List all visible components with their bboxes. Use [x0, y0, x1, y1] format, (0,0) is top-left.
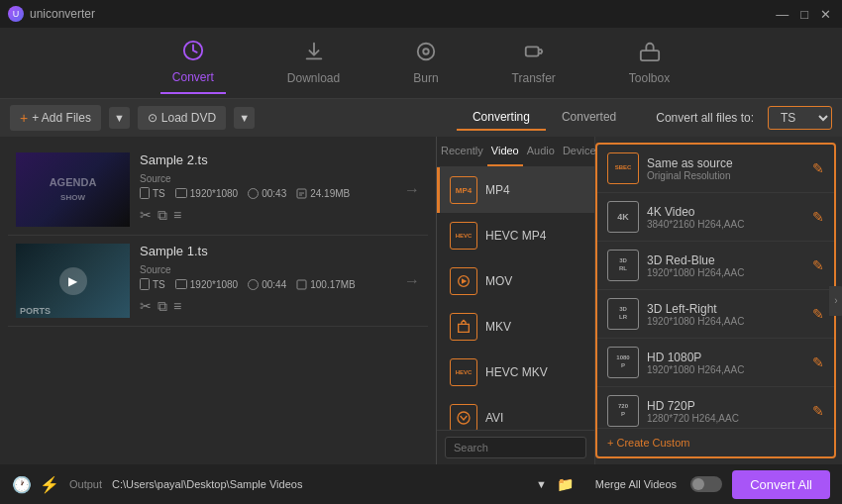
- convert-all-select[interactable]: TS MP4 MKV: [768, 106, 832, 130]
- panel-close-button[interactable]: ›: [829, 286, 842, 316]
- load-dvd-button[interactable]: ⊙ Load DVD: [138, 106, 226, 130]
- format-mkv[interactable]: MKV: [437, 304, 594, 350]
- file-size: 24.19MB: [296, 188, 350, 199]
- toolbox-icon: [639, 41, 661, 67]
- nav-item-toolbox[interactable]: Toolbox: [617, 33, 682, 93]
- maximize-button[interactable]: □: [797, 7, 811, 22]
- edit-icon[interactable]: ✎: [812, 160, 824, 176]
- lightning-icon[interactable]: ⚡: [40, 475, 59, 494]
- format-panel: Recently Video Audio Device MP4 MP4 HEVC…: [436, 137, 842, 464]
- tab-converting[interactable]: Converting: [457, 105, 546, 131]
- resolution-hd-720p[interactable]: 720P HD 720P 1280*720 H264,AAC ✎: [597, 387, 834, 428]
- merge-toggle[interactable]: [690, 476, 722, 492]
- resolution-items: SBEC Same as source Original Resolution …: [597, 145, 834, 428]
- output-path: C:\Users\payal\Desktop\Sample Videos: [112, 478, 526, 490]
- res-name: 4K Video: [647, 205, 804, 219]
- format-hevc-mkv-label: HEVC MKV: [485, 365, 548, 379]
- window-controls[interactable]: — □ ✕: [773, 7, 834, 22]
- play-button-thumb[interactable]: ▶: [59, 267, 87, 295]
- create-custom-button[interactable]: + Create Custom: [597, 428, 834, 456]
- edit-icon[interactable]: ✎: [812, 306, 824, 322]
- nav-item-download[interactable]: Download: [275, 33, 352, 93]
- copy-button[interactable]: ⧉: [158, 298, 167, 315]
- hevc-mkv-icon: HEVC: [450, 358, 477, 386]
- convert-all-button[interactable]: Convert All: [732, 470, 830, 499]
- avi-icon: [450, 404, 477, 430]
- resolution-3d-left-right[interactable]: 3DLR 3D Left-Right 1920*1080 H264,AAC ✎: [597, 290, 834, 339]
- toolbar: + + Add Files ▼ ⊙ Load DVD ▼ Converting …: [0, 99, 842, 137]
- format-hevc-mp4[interactable]: HEVC HEVC MP4: [437, 213, 594, 258]
- output-label: Output: [69, 478, 102, 490]
- res-spec: 1280*720 H264,AAC: [647, 413, 804, 424]
- logo-icon: U: [8, 6, 24, 22]
- tab-recently[interactable]: Recently: [437, 137, 487, 166]
- resolution-info: 3D Left-Right 1920*1080 H264,AAC: [647, 302, 804, 327]
- format-avi[interactable]: AVI: [437, 395, 594, 430]
- file-name: Sample 2.ts: [140, 152, 390, 167]
- app-logo: U uniconverter: [8, 6, 95, 22]
- res-name: Same as source: [647, 156, 804, 170]
- format-hevc-mp4-label: HEVC MP4: [485, 229, 546, 243]
- file-actions: ✂ ⧉ ≡: [140, 207, 390, 224]
- output-dropdown-arrow[interactable]: ▼: [536, 478, 547, 490]
- tab-device[interactable]: Device: [559, 137, 600, 166]
- clock-icon[interactable]: 🕐: [12, 475, 32, 494]
- tab-audio[interactable]: Audio: [523, 137, 559, 166]
- nav-item-burn[interactable]: Burn: [401, 33, 450, 93]
- settings-button[interactable]: ≡: [173, 207, 181, 224]
- bottom-icons: 🕐 ⚡: [12, 475, 59, 494]
- cut-button[interactable]: ✂: [140, 298, 152, 315]
- edit-icon[interactable]: ✎: [812, 257, 824, 273]
- folder-icon[interactable]: 📁: [557, 476, 574, 492]
- same-source-icon: SBEC: [607, 152, 639, 184]
- nav-item-convert[interactable]: Convert: [160, 32, 226, 94]
- settings-button[interactable]: ≡: [173, 298, 181, 315]
- close-button[interactable]: ✕: [817, 7, 834, 22]
- file-info: Sample 2.ts Source TS 1920*1080 00:43: [140, 152, 390, 224]
- resolution-same-as-source[interactable]: SBEC Same as source Original Resolution …: [597, 145, 834, 193]
- format-tabs: Recently Video Audio Device: [437, 137, 594, 167]
- format-list: Recently Video Audio Device MP4 MP4 HEVC…: [437, 137, 595, 464]
- titlebar: U uniconverter — □ ✕: [0, 0, 842, 28]
- tab-video[interactable]: Video: [487, 137, 523, 166]
- res-spec: 1920*1080 H264,AAC: [647, 316, 804, 327]
- resolution-info: 3D Red-Blue 1920*1080 H264,AAC: [647, 253, 804, 278]
- format-mov[interactable]: MOV: [437, 258, 594, 304]
- svg-rect-3: [525, 47, 538, 55]
- edit-icon[interactable]: ✎: [812, 403, 824, 419]
- cut-button[interactable]: ✂: [140, 207, 152, 224]
- mov-icon: [450, 267, 477, 295]
- edit-icon[interactable]: ✎: [812, 354, 824, 370]
- format-mp4-label: MP4: [485, 183, 510, 197]
- res-spec: 3840*2160 H264,AAC: [647, 219, 804, 230]
- file-thumbnail: AGENDASHOW: [16, 152, 130, 227]
- format-mp4[interactable]: MP4 MP4: [437, 167, 594, 213]
- edit-icon[interactable]: ✎: [812, 209, 824, 225]
- res-name: 3D Left-Right: [647, 302, 804, 316]
- load-dvd-dropdown[interactable]: ▼: [234, 107, 255, 129]
- file-resolution: 1920*1080: [175, 279, 238, 290]
- svg-rect-10: [175, 280, 186, 289]
- svg-point-2: [423, 49, 429, 54]
- file-meta-row: TS 1920*1080 00:44 100.17MB: [140, 278, 390, 290]
- tab-converted[interactable]: Converted: [546, 105, 632, 131]
- res-name: HD 1080P: [647, 351, 804, 364]
- add-files-dropdown[interactable]: ▼: [109, 107, 130, 129]
- format-hevc-mkv[interactable]: HEVC HEVC MKV: [437, 350, 594, 395]
- copy-button[interactable]: ⧉: [158, 207, 167, 224]
- resolution-hd-1080p[interactable]: 1080P HD 1080P 1920*1080 H264,AAC ✎: [597, 339, 834, 387]
- res-name: HD 720P: [647, 399, 804, 413]
- format-search-input[interactable]: [445, 437, 586, 458]
- res-spec: Original Resolution: [647, 170, 804, 181]
- nav-item-transfer[interactable]: Transfer: [500, 33, 568, 93]
- app-title: uniconverter: [30, 7, 95, 21]
- resolution-4k[interactable]: 4K 4K Video 3840*2160 H264,AAC ✎: [597, 193, 834, 242]
- svg-rect-9: [141, 279, 150, 290]
- add-files-button[interactable]: + + Add Files: [10, 105, 101, 131]
- toggle-thumb: [692, 478, 704, 490]
- minimize-button[interactable]: —: [773, 7, 791, 22]
- bottombar: 🕐 ⚡ Output C:\Users\payal\Desktop\Sample…: [0, 464, 842, 504]
- file-meta-row: TS 1920*1080 00:43 24.19MB: [140, 187, 390, 199]
- format-avi-label: AVI: [485, 411, 503, 425]
- resolution-3d-red-blue[interactable]: 3DRL 3D Red-Blue 1920*1080 H264,AAC ✎: [597, 242, 834, 290]
